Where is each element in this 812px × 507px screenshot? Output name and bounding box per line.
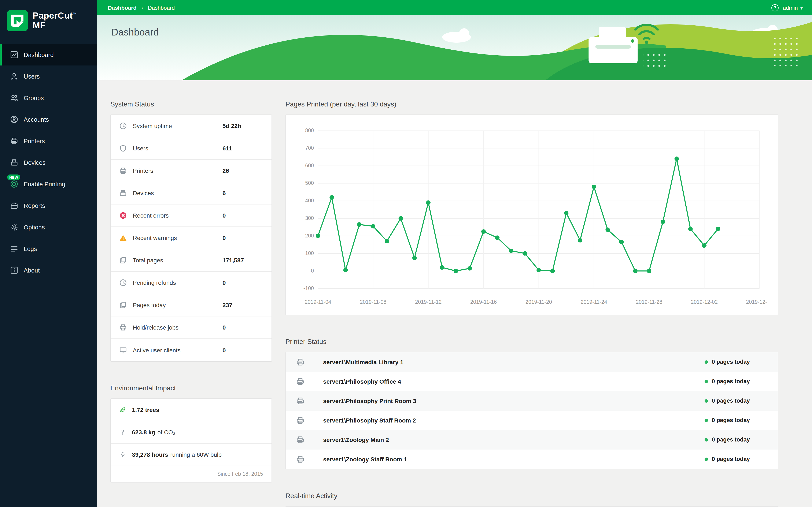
environmental-text: 623.8 kgof CO₂ [132,429,175,436]
user-name: admin [783,4,798,11]
chart-point [316,234,320,238]
svg-text:400: 400 [305,198,314,204]
status-dot-icon [705,418,708,422]
printer-name: server1\Philosophy Staff Room 2 [323,417,705,424]
printer-icon [296,397,305,405]
system-status-title: System Status [110,101,272,108]
users-icon [10,72,18,80]
sidebar-item-about[interactable]: About [0,260,97,281]
status-dot-icon [705,457,708,461]
environmental-impact-card: 1.72 trees623.8 kgof CO₂39,278 hoursrunn… [110,398,272,483]
printer-row[interactable]: server1\Multimedia Library 10 pages toda… [286,352,778,372]
leaf-icon [119,406,126,413]
chart-point [523,251,527,256]
printer-icon [119,324,127,331]
main-column: Dashboard Dashboard admin [97,0,812,507]
printer-row[interactable]: server1\Philosophy Office 40 pages today [286,372,778,391]
sidebar-item-printers[interactable]: Printers [0,130,97,152]
printer-name: server1\Multimedia Library 1 [323,358,705,365]
status-row-total-pages: Total pages171,587 [111,249,271,272]
status-row-pages-today: Pages today237 [111,294,271,317]
chart-point [619,240,624,244]
chart-point [661,220,665,224]
sidebar-item-label: Enable Printing [24,181,65,187]
chart-point [412,256,417,260]
status-dot-icon [705,380,708,383]
printer-icon [296,377,305,386]
svg-text:2019-11-08: 2019-11-08 [360,299,386,305]
chart-point [633,269,638,273]
printer-icon [296,455,305,463]
help-icon[interactable] [771,4,778,11]
printer-row[interactable]: server1\Zoology Staff Room 10 pages toda… [286,449,778,469]
printer-name: server1\Philosophy Office 4 [323,378,705,385]
sidebar-item-dashboard[interactable]: Dashboard [0,44,97,65]
environmental-text: 1.72 trees [132,406,161,413]
sidebar-item-users[interactable]: Users [0,65,97,87]
error-icon [119,212,127,219]
banner-illustration [97,15,812,80]
new-badge: NEW [7,174,20,180]
chart-point [495,235,500,240]
svg-text:200: 200 [305,233,314,238]
printer-row[interactable]: server1\Philosophy Staff Room 20 pages t… [286,410,778,430]
chart-point [481,229,486,234]
shield-icon [119,145,127,152]
printer-status-card: server1\Multimedia Library 10 pages toda… [286,352,778,469]
chart-point [329,195,334,200]
sidebar-item-label: Reports [24,202,45,209]
svg-text:2019-11-20: 2019-11-20 [525,299,552,305]
chart-point [674,157,679,161]
sidebar-item-accounts[interactable]: Accounts [0,109,97,130]
sidebar-item-enable-printing[interactable]: Enable PrintingNEW [0,173,97,195]
status-value: 6 [222,190,263,196]
svg-text:2019-11-28: 2019-11-28 [636,299,662,305]
accounts-icon [10,115,18,123]
status-label: Pages today [133,302,222,308]
client-icon [119,346,127,354]
sidebar-item-label: Accounts [24,116,49,123]
printer-row[interactable]: server1\Zoology Main 20 pages today [286,430,778,449]
chart-point [467,266,472,271]
printer-status-value: 0 pages today [705,359,750,365]
svg-text:2019-11-16: 2019-11-16 [470,299,497,305]
status-value: 237 [222,302,263,308]
status-value: 0 [222,347,263,353]
sidebar-item-devices[interactable]: Devices [0,152,97,173]
chart-point [385,239,389,243]
clock-icon [119,279,127,286]
svg-text:0: 0 [311,268,314,274]
svg-text:700: 700 [305,145,314,151]
user-menu[interactable]: admin [783,4,803,11]
breadcrumb-current[interactable]: Dashboard [148,4,175,11]
svg-text:100: 100 [305,250,314,256]
svg-text:2019-12-02: 2019-12-02 [691,299,718,305]
status-row-system-uptime: System uptime5d 22h [111,115,271,137]
printer-icon [296,358,305,366]
realtime-activity-card [286,506,778,507]
printer-status-value: 0 pages today [705,437,750,443]
sidebar-item-logs[interactable]: Logs [0,238,97,260]
devices-icon [119,189,127,197]
sidebar-item-label: Users [24,73,40,80]
breadcrumb-root[interactable]: Dashboard [108,4,137,11]
page-title: Dashboard [111,26,159,38]
pages-printed-card: -10001002003004005006007008002019-11-042… [286,114,778,315]
content: System Status System uptime5d 22hUsers61… [97,80,812,507]
printer-row[interactable]: server1\Philosophy Print Room 30 pages t… [286,391,778,410]
environmental-text: 39,278 hoursrunning a 60W bulb [132,451,221,458]
sidebar-item-reports[interactable]: Reports [0,195,97,216]
groups-icon [10,94,18,102]
status-label: Devices [133,190,222,196]
chart-point [357,222,362,227]
sidebar-item-groups[interactable]: Groups [0,87,97,109]
status-dot-icon [705,438,708,441]
svg-text:300: 300 [305,215,314,221]
status-value: 0 [222,212,263,219]
pages-icon [119,257,127,264]
sidebar-item-label: Options [24,224,45,230]
chart-point [564,211,568,215]
environmental-since-label: Since Feb 18, 2015 [111,466,271,482]
papercut-logo[interactable]: PaperCut™ MF [0,0,97,40]
sidebar-item-options[interactable]: Options [0,216,97,238]
